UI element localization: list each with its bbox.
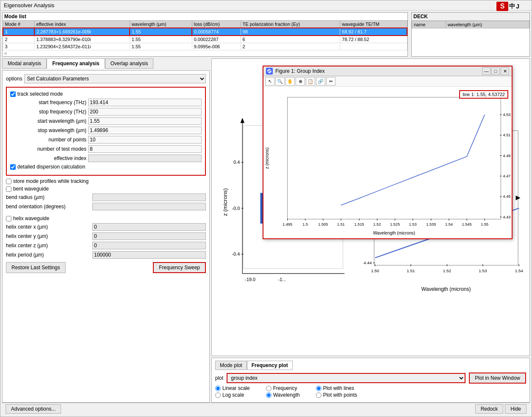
pan-tool-button[interactable]: ✋ bbox=[285, 77, 295, 86]
svg-text:1.51: 1.51 bbox=[407, 268, 415, 273]
hide-button[interactable]: Hide bbox=[505, 404, 526, 414]
helix-period-input[interactable]: 100000 bbox=[92, 251, 206, 259]
figure-maximize-button[interactable]: □ bbox=[491, 67, 500, 75]
stop-wl-row: stop wavelength (µm) 1.49896 bbox=[10, 127, 202, 134]
svg-text:1.535: 1.535 bbox=[426, 222, 436, 226]
linear-scale-label: Linear scale bbox=[222, 385, 250, 391]
svg-text:4.45: 4.45 bbox=[503, 194, 510, 199]
wavelength-radio[interactable] bbox=[266, 392, 272, 398]
num-test-modes-row: number of test modes 8 bbox=[10, 145, 202, 153]
frequency-radio[interactable] bbox=[266, 386, 272, 391]
svg-text:z (microns): z (microns) bbox=[265, 147, 269, 169]
figure-minimize-button[interactable]: — bbox=[482, 67, 490, 75]
status-bar: Advanced options... Redock Hide bbox=[2, 403, 530, 415]
zoom-tool-button[interactable]: 🔍 bbox=[275, 77, 285, 86]
stop-freq-input[interactable]: 200 bbox=[88, 108, 202, 116]
stop-freq-label: stop frequency (THz) bbox=[10, 109, 86, 115]
svg-text:0.4: 0.4 bbox=[233, 160, 240, 165]
plot-ctrl-main-row: plot group index Plot in New Window bbox=[215, 373, 526, 384]
lines-radio-group: Plot with lines Plot with points bbox=[316, 385, 357, 398]
cell-mode: 1 bbox=[3, 28, 34, 36]
col-eff-index: effective index bbox=[34, 21, 130, 28]
arrow-tool-button[interactable]: ↖ bbox=[265, 77, 274, 86]
log-scale-radio[interactable] bbox=[215, 392, 221, 398]
advanced-options-button[interactable]: Advanced options... bbox=[6, 404, 61, 414]
lines-radio[interactable] bbox=[316, 386, 321, 391]
tabs-row: Modal analysis Frequency analysis Overla… bbox=[2, 58, 210, 69]
scroll-indicator: < bbox=[3, 50, 407, 56]
svg-text:1.50: 1.50 bbox=[371, 268, 379, 273]
start-freq-label: start frequency (THz) bbox=[10, 99, 86, 105]
num-points-input[interactable]: 10 bbox=[88, 136, 202, 144]
bend-radius-input[interactable] bbox=[92, 193, 206, 201]
col-te-frac: TE polarization fraction (Ey) bbox=[241, 21, 340, 28]
export-tool-button[interactable]: 📋 bbox=[306, 77, 315, 86]
edit-tool-button[interactable]: ✏ bbox=[326, 77, 335, 86]
lines-radio-row: Plot with lines bbox=[316, 385, 357, 391]
tab-frequency-analysis[interactable]: Frequency analysis bbox=[47, 58, 105, 69]
tab-overlap-analysis[interactable]: Overlap analysis bbox=[105, 58, 154, 69]
cell-te-frac: 98 bbox=[241, 28, 340, 36]
xaxis-radio-group: Frequency Wavelength bbox=[266, 385, 300, 398]
bend-orient-label: bend orientation (degrees) bbox=[6, 204, 91, 210]
track-mode-checkbox[interactable] bbox=[10, 91, 16, 97]
tab-mode-plot[interactable]: Mode plot bbox=[215, 361, 247, 370]
eff-index-label: effective index bbox=[10, 155, 86, 161]
stop-wl-input[interactable]: 1.49896 bbox=[88, 127, 202, 134]
num-test-modes-input[interactable]: 8 bbox=[88, 145, 202, 153]
helix-cy-input[interactable]: 0 bbox=[92, 232, 206, 240]
svg-text:-0.4: -0.4 bbox=[232, 251, 240, 257]
cell-eff-index: 1.378883+8.329790e-010i bbox=[34, 36, 130, 43]
svg-text:-19.0: -19.0 bbox=[245, 277, 255, 282]
svg-text:Wavelength (microns): Wavelength (microns) bbox=[421, 286, 471, 292]
plot-new-window-button[interactable]: Plot in New Window bbox=[469, 373, 526, 384]
store-mode-row: store mode profiles while tracking bbox=[6, 178, 206, 184]
table-row[interactable]: 1 2.287783+1.669261e-009i 1.55 0.0005877… bbox=[3, 28, 407, 36]
link-tool-button[interactable]: 🔗 bbox=[316, 77, 325, 86]
svg-text:1.5: 1.5 bbox=[302, 222, 308, 226]
helix-cx-input[interactable]: 0 bbox=[92, 223, 206, 231]
helix-wg-label: helix waveguide bbox=[13, 215, 49, 221]
start-freq-input[interactable]: 193.414 bbox=[88, 99, 202, 106]
linear-scale-radio[interactable] bbox=[215, 386, 221, 391]
eff-index-row: effective index bbox=[10, 155, 202, 162]
main-window: Eigensolver Analysis S 中 J Mode list Mod… bbox=[0, 0, 532, 417]
helix-wg-checkbox[interactable] bbox=[6, 216, 11, 221]
svg-text:1.495: 1.495 bbox=[283, 222, 292, 226]
bent-waveguide-checkbox[interactable] bbox=[6, 186, 11, 192]
cell-mode: 3 bbox=[3, 43, 34, 50]
helix-cz-label: helix center z (µm) bbox=[6, 243, 91, 249]
tab-modal-analysis[interactable]: Modal analysis bbox=[2, 58, 47, 69]
svg-text:4.53: 4.53 bbox=[503, 113, 510, 117]
frequency-sweep-button[interactable]: Frequency Sweep bbox=[153, 262, 206, 273]
select-tool-button[interactable]: ⊕ bbox=[296, 77, 305, 86]
figure-chart-svg: line 1 z (microns) Wavelength (microns) … bbox=[263, 87, 512, 238]
points-radio[interactable] bbox=[316, 392, 321, 398]
start-wl-input[interactable]: 1.55 bbox=[88, 117, 202, 125]
figure-title: Figure 1: Group Index bbox=[275, 68, 325, 74]
bend-orient-input[interactable] bbox=[92, 203, 206, 210]
cell-loss: 0.00058774 bbox=[192, 28, 241, 36]
eff-index-input[interactable] bbox=[88, 155, 202, 162]
mode-table-container[interactable]: Mode # effective index wavelength (µm) l… bbox=[3, 20, 407, 50]
redock-button[interactable]: Redock bbox=[475, 404, 504, 414]
track-mode-row: track selected mode bbox=[10, 91, 202, 97]
helix-wg-row: helix waveguide bbox=[6, 215, 206, 221]
figure-close-button[interactable]: ✕ bbox=[501, 67, 509, 75]
svg-text:1.53: 1.53 bbox=[479, 268, 487, 273]
store-mode-checkbox[interactable] bbox=[6, 179, 11, 184]
svg-text:4.43: 4.43 bbox=[503, 215, 510, 219]
plot-select[interactable]: group index bbox=[227, 373, 466, 383]
restore-last-button[interactable]: Restore Last Settings bbox=[6, 262, 66, 273]
detailed-dispersion-checkbox[interactable] bbox=[10, 164, 16, 170]
scale-radio-group: Linear scale Log scale bbox=[215, 385, 250, 398]
table-row[interactable]: 2 1.378883+8.329790e-010i 1.55 0.0002228… bbox=[3, 36, 407, 43]
status-right-buttons: Redock Hide bbox=[475, 404, 526, 414]
table-row[interactable]: 3 1.232904+2.584372e-011i 1.55 9.0995e-0… bbox=[3, 43, 407, 50]
svg-text:1.515: 1.515 bbox=[355, 222, 364, 226]
points-radio-row: Plot with points bbox=[316, 392, 357, 398]
detailed-dispersion-row: detailed dispersion calculation bbox=[10, 164, 202, 170]
options-select[interactable]: Set Calculation Parameters bbox=[24, 74, 206, 83]
helix-cz-input[interactable]: 0 bbox=[92, 242, 206, 249]
tab-frequency-plot[interactable]: Frequency plot bbox=[247, 361, 293, 370]
